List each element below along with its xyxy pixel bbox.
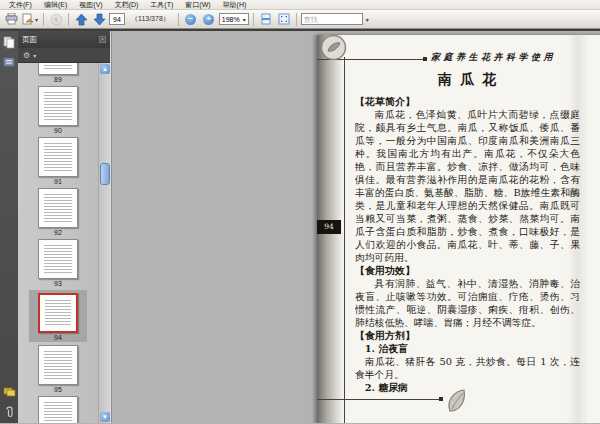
thumbnail-page-90[interactable]: 90 xyxy=(31,86,85,134)
thumbnail-page-93[interactable]: 93 xyxy=(31,239,85,287)
thumbnail-image xyxy=(38,63,78,75)
panel-options-caret-icon[interactable]: ▾ xyxy=(33,52,36,59)
previous-page-button[interactable] xyxy=(73,12,89,27)
section-heading-effects: 【食用功效】 xyxy=(355,264,580,277)
pages-panel-tab[interactable] xyxy=(3,35,16,49)
leaf-ornament-icon xyxy=(444,387,470,415)
effects-paragraph: 具有润肺、益气、补中、清湿热、消肿毒、治夜盲、止咳嗽等功效。可治痈疽、疔疮、烫伤… xyxy=(355,277,580,329)
menu-tools[interactable]: 工具(T) xyxy=(144,0,179,10)
thumbnail-image xyxy=(38,396,78,423)
toolbar-separator xyxy=(253,13,254,26)
zoom-caret-icon: ▾ xyxy=(243,16,246,23)
menu-document[interactable]: 文档(D) xyxy=(109,0,145,10)
panel-options-icon[interactable]: ⚙ xyxy=(23,51,30,60)
toolbar-separator xyxy=(68,13,69,26)
thumbnail-page-96[interactable]: 96 xyxy=(31,396,85,423)
article-title: 南瓜花 xyxy=(355,71,579,89)
fit-window-icon xyxy=(278,13,290,25)
panel-close-button[interactable]: × xyxy=(99,36,106,43)
section-heading-intro: 【花草简介】 xyxy=(355,95,580,108)
bottom-rule-bullet xyxy=(439,397,443,401)
pages-panel: 页面 × ⚙ ▾ 89 90 xyxy=(18,31,110,423)
export-icon xyxy=(22,13,34,25)
thumbnail-image xyxy=(38,137,78,177)
thumbnail-label: 91 xyxy=(31,178,85,185)
scanned-book-page: 家庭养生花卉科学使用 94 南瓜花 【花草简介】 南瓜花，色泽灿黄、瓜叶片大而碧… xyxy=(317,35,600,423)
pages-panel-title: 页面 xyxy=(22,35,37,45)
next-page-button[interactable] xyxy=(91,12,107,27)
section-heading-recipes: 【食用方剂】 xyxy=(355,329,580,342)
thumbnail-image xyxy=(38,239,78,279)
zoom-in-button[interactable]: + xyxy=(201,12,217,27)
document-view[interactable]: 家庭养生花卉科学使用 94 南瓜花 【花草简介】 南瓜花，色泽灿黄、瓜叶片大而碧… xyxy=(112,31,600,423)
page-count-label: （113/378） xyxy=(131,14,170,24)
page-up-icon xyxy=(75,13,88,26)
toolbar-separator xyxy=(296,13,297,26)
thumbnail-label: 89 xyxy=(31,76,85,83)
print-icon xyxy=(5,13,18,25)
zoom-level-select[interactable]: 198% ▾ xyxy=(219,13,249,25)
thumbnail-image xyxy=(38,293,78,333)
pages-panel-header: 页面 × xyxy=(18,31,110,48)
export-caret-icon[interactable]: ▾ xyxy=(35,16,38,23)
previous-view-icon xyxy=(50,13,63,26)
thumbnail-label: 92 xyxy=(31,229,85,236)
rail-bottom-tabs xyxy=(0,385,18,419)
comments-icon xyxy=(3,386,16,398)
chapter-ornament-icon xyxy=(320,34,347,61)
menu-edit[interactable]: 编辑(E) xyxy=(38,0,73,10)
print-button[interactable] xyxy=(3,12,19,27)
thumbnail-label: 94 xyxy=(29,334,87,341)
export-button[interactable]: ▾ xyxy=(21,12,39,27)
content-area: 页面 × ⚙ ▾ 89 90 xyxy=(0,29,600,423)
find-caret-icon[interactable]: ▾ xyxy=(366,16,369,23)
thumbnail-page-95[interactable]: 95 xyxy=(31,345,85,393)
thumbnail-image xyxy=(38,86,78,126)
thumbnail-list: 89 90 91 92 xyxy=(18,63,110,423)
page-vertical-rule xyxy=(344,57,345,423)
thumbnail-label: 90 xyxy=(31,127,85,134)
article-body: 【花草简介】 南瓜花，色泽灿黄、瓜叶片大而碧绿，点缀庭院，颇具有乡土气息。南瓜，… xyxy=(355,95,580,395)
scrollbar-thumb[interactable] xyxy=(100,163,110,185)
thumbnail-label: 95 xyxy=(31,386,85,393)
page-number-input[interactable] xyxy=(109,13,125,25)
zoom-in-icon: + xyxy=(203,14,214,25)
zoom-out-icon: − xyxy=(185,14,196,25)
menu-file[interactable]: 文件(F) xyxy=(3,0,38,10)
thumbnail-page-89[interactable]: 89 xyxy=(31,63,85,83)
pages-panel-toolbar: ⚙ ▾ xyxy=(18,48,110,63)
paperclip-icon xyxy=(4,405,15,419)
thumbnail-page-92[interactable]: 92 xyxy=(31,188,85,236)
zoom-level-value: 198% xyxy=(222,16,240,23)
bookmarks-icon xyxy=(3,56,15,68)
thumbnail-column: 89 90 91 92 xyxy=(18,63,98,423)
thumbnail-page-94-selected[interactable]: 94 xyxy=(29,290,87,342)
zoom-out-button[interactable]: − xyxy=(183,12,199,27)
menu-window[interactable]: 窗口(W) xyxy=(179,0,216,10)
thumbnail-label: 93 xyxy=(31,280,85,287)
find-input[interactable] xyxy=(301,13,363,25)
scroll-up-icon[interactable]: ▲ xyxy=(100,64,110,74)
pdf-reader-window: 文件(F) 编辑(E) 视图(V) 文档(D) 工具(T) 窗口(W) 帮助(H… xyxy=(0,0,600,424)
scroll-down-icon[interactable]: ▼ xyxy=(100,412,110,422)
previous-view-button[interactable] xyxy=(48,12,64,27)
intro-paragraph: 南瓜花，色泽灿黄、瓜叶片大而碧绿，点缀庭院，颇具有乡土气息。南瓜，又称饭瓜、倭瓜… xyxy=(355,108,580,264)
scrolling-mode-icon xyxy=(260,13,272,25)
recipe-1-line: 南瓜花、猪肝各 50 克，共炒食。每日 1 次，连食半个月。 xyxy=(355,355,580,381)
thumbnail-image xyxy=(38,345,78,385)
thumbnail-scrollbar[interactable]: ▲ ▼ xyxy=(98,63,110,423)
fit-window-button[interactable] xyxy=(276,12,292,27)
page-number-tab: 94 xyxy=(317,220,341,234)
pages-icon xyxy=(3,36,15,49)
comments-panel-tab[interactable] xyxy=(3,385,16,399)
scrolling-mode-button[interactable] xyxy=(258,12,274,27)
recipe-1-name: 1. 治夜盲 xyxy=(355,342,580,355)
page-bottom-rule xyxy=(317,399,439,400)
bookmarks-panel-tab[interactable] xyxy=(3,55,16,69)
attachments-panel-tab[interactable] xyxy=(3,405,16,419)
page-down-icon xyxy=(93,13,106,26)
thumbnail-page-91[interactable]: 91 xyxy=(31,137,85,185)
toolbar-separator xyxy=(178,13,179,26)
menu-help[interactable]: 帮助(H) xyxy=(217,0,253,10)
menu-view[interactable]: 视图(V) xyxy=(73,0,108,10)
